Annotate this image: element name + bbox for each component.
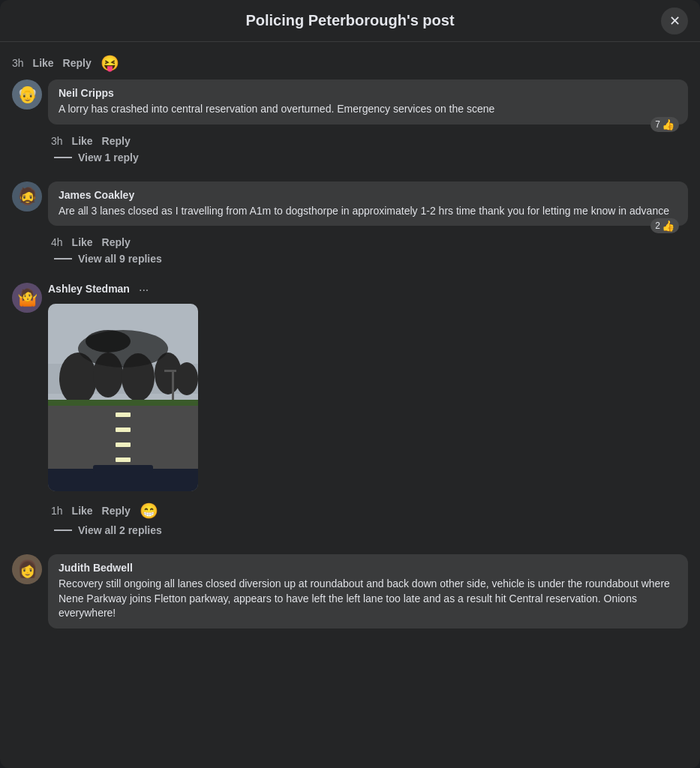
svg-rect-12 [48, 400, 198, 406]
view-replies-text-james[interactable]: View all 9 replies [78, 253, 162, 265]
comment-content-ashley: Ashley Stedman ··· [48, 283, 688, 545]
comment-actions-ashley: 1h Like Reply 😁 [48, 502, 688, 520]
comment-bubble-neil: Neil Cripps A lorry has crashed into cen… [48, 80, 688, 124]
like-button-neil[interactable]: Like [72, 135, 93, 147]
svg-point-6 [176, 362, 198, 395]
comment-content-james: James Coakley Are all 3 lanes closed as … [48, 182, 688, 274]
svg-rect-13 [116, 412, 131, 417]
svg-rect-15 [116, 442, 131, 447]
top-time: 3h [12, 57, 24, 69]
avatar-ashley: 🤷 [12, 283, 42, 313]
close-button[interactable]: ✕ [661, 8, 688, 34]
view-replies-neil[interactable]: View 1 reply [48, 152, 688, 164]
reply-button-ashley[interactable]: Reply [102, 505, 131, 517]
author-neil: Neil Cripps [59, 87, 677, 99]
view-replies-text-neil[interactable]: View 1 reply [78, 152, 139, 164]
comment-actions-neil: 3h Like Reply [48, 135, 688, 147]
author-ashley: Ashley Stedman [48, 283, 130, 295]
avatar-james: 🧔 [12, 182, 42, 212]
text-james: Are all 3 lanes closed as I travelling f… [59, 204, 677, 219]
like-button-james[interactable]: Like [72, 236, 93, 248]
comment-james: 🧔 James Coakley Are all 3 lanes closed a… [12, 182, 688, 274]
comment-actions-james: 4h Like Reply [48, 236, 688, 248]
more-options-ashley[interactable]: ··· [139, 284, 149, 297]
text-neil: A lorry has crashed into central reserva… [59, 102, 677, 117]
top-reply-button[interactable]: Reply [63, 57, 92, 69]
comment-content-judith: Judith Bedwell Recovery still ongoing al… [48, 554, 688, 628]
comment-ashley: 🤷 Ashley Stedman ··· [12, 283, 688, 545]
replies-line-james [54, 258, 72, 260]
ashley-emoji[interactable]: 😁 [140, 502, 158, 520]
thumbsup-icon-neil: 👍 [662, 118, 674, 130]
modal: Policing Peterborough's post ✕ 3h Like R… [0, 0, 700, 768]
svg-rect-14 [116, 428, 131, 432]
replies-line-ashley [54, 530, 72, 531]
svg-rect-16 [116, 458, 131, 462]
avatar-judith: 👩 [12, 554, 42, 584]
reply-button-neil[interactable]: Reply [102, 135, 131, 147]
author-judith: Judith Bedwell [59, 562, 677, 574]
avatar-neil: 👴 [12, 80, 42, 110]
author-james: James Coakley [59, 189, 677, 201]
like-button-ashley[interactable]: Like [72, 505, 93, 517]
time-ashley: 1h [51, 505, 63, 517]
modal-header: Policing Peterborough's post ✕ [0, 0, 700, 42]
reactions-james: 2 👍 [650, 218, 679, 233]
replies-line-neil [54, 157, 72, 158]
reply-button-james[interactable]: Reply [102, 236, 131, 248]
top-action-bar: 3h Like Reply 😝 [12, 51, 688, 80]
comment-content-neil: Neil Cripps A lorry has crashed into cen… [48, 80, 688, 172]
modal-title: Policing Peterborough's post [245, 12, 454, 29]
text-judith: Recovery still ongoing all lanes closed … [59, 577, 677, 621]
time-james: 4h [51, 236, 63, 248]
svg-point-8 [86, 330, 131, 352]
reaction-count-james: 2 [655, 220, 660, 231]
svg-rect-10 [164, 370, 176, 372]
comment-judith: 👩 Judith Bedwell Recovery still ongoing … [12, 554, 688, 628]
comment-bubble-james: James Coakley Are all 3 lanes closed as … [48, 182, 688, 226]
thumbsup-icon-james: 👍 [662, 220, 674, 232]
reactions-neil: 7 👍 [650, 117, 679, 132]
close-icon: ✕ [669, 13, 680, 29]
comments-container: 3h Like Reply 😝 👴 Neil Cripps A lorry ha… [12, 51, 688, 759]
modal-body[interactable]: 3h Like Reply 😝 👴 Neil Cripps A lorry ha… [0, 42, 700, 768]
top-like-button[interactable]: Like [33, 57, 54, 69]
comment-neil: 👴 Neil Cripps A lorry has crashed into c… [12, 80, 688, 172]
svg-rect-18 [93, 465, 153, 472]
comment-bubble-judith: Judith Bedwell Recovery still ongoing al… [48, 554, 688, 628]
ashley-post-image[interactable] [48, 304, 198, 491]
top-emoji-reaction[interactable]: 😝 [101, 54, 119, 72]
reaction-count-neil: 7 [655, 119, 660, 130]
view-replies-ashley[interactable]: View all 2 replies [48, 524, 688, 536]
view-replies-james[interactable]: View all 9 replies [48, 253, 688, 265]
view-replies-text-ashley[interactable]: View all 2 replies [78, 524, 162, 536]
time-neil: 3h [51, 135, 63, 147]
